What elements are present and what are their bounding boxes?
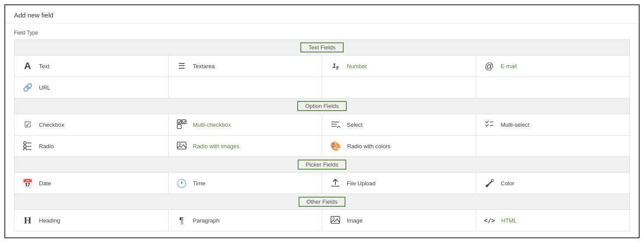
other-fields-section: Other Fields H Heading ¶ Paragraph <box>14 194 630 231</box>
other-fields-row-1: H Heading ¶ Paragraph Image <box>14 209 630 231</box>
svg-rect-14 <box>177 142 186 149</box>
field-radio-images[interactable]: Radio with images <box>169 136 323 157</box>
field-select[interactable]: Select <box>322 114 476 135</box>
number-icon: 19 <box>330 62 341 70</box>
option-empty-1 <box>476 136 630 157</box>
textarea-icon: ☰ <box>176 62 187 70</box>
paragraph-icon: ¶ <box>176 216 187 225</box>
color-icon <box>484 178 495 189</box>
checkbox-icon: ☑ <box>22 121 33 129</box>
option-fields-row-2: Radio Radio with images 🎨 Radio with col <box>14 135 630 157</box>
field-file-upload[interactable]: File Upload <box>322 173 476 194</box>
text-fields-header: Text Fields <box>14 40 630 55</box>
field-radio-colors[interactable]: 🎨 Radio with colors <box>322 136 476 157</box>
main-container: Add new field Field Type Text Fields A T… <box>4 4 640 238</box>
field-multi-checkbox[interactable]: Multi-checkbox <box>169 114 323 135</box>
text-label: Text <box>39 63 49 70</box>
svg-rect-2 <box>177 125 181 129</box>
multi-checkbox-icon <box>176 119 187 130</box>
picker-fields-header-label: Picker Fields <box>298 160 346 170</box>
url-label: URL <box>39 84 50 91</box>
date-icon: 📅 <box>22 179 33 188</box>
heading-icon: H <box>22 216 33 225</box>
file-upload-label: File Upload <box>347 180 376 187</box>
url-icon: 🔗 <box>22 83 33 91</box>
svg-point-18 <box>491 179 494 182</box>
field-checkbox[interactable]: ☑ Checkbox <box>14 114 169 135</box>
time-label: Time <box>193 180 205 187</box>
svg-rect-0 <box>177 120 181 124</box>
text-fields-section: Text Fields A Text ☰ Textarea 19 Number … <box>14 39 630 98</box>
field-radio[interactable]: Radio <box>14 136 169 157</box>
radio-icon <box>22 141 33 152</box>
radio-colors-label: Radio with colors <box>347 143 391 150</box>
option-fields-header: Option Fields <box>14 98 630 114</box>
svg-point-20 <box>333 218 334 219</box>
color-label: Color <box>501 180 514 187</box>
svg-point-8 <box>24 142 26 144</box>
multi-select-icon <box>484 119 495 130</box>
field-email[interactable]: @ E-mail <box>476 56 630 77</box>
svg-point-12 <box>24 148 26 150</box>
paragraph-label: Paragraph <box>193 217 220 224</box>
field-heading[interactable]: H Heading <box>14 210 169 231</box>
multi-checkbox-label: Multi-checkbox <box>193 122 231 128</box>
option-fields-section: Option Fields ☑ Checkbox <box>14 98 630 157</box>
content-area: Field Type Text Fields A Text ☰ Textarea… <box>5 24 639 237</box>
url-empty-1 <box>169 77 323 98</box>
file-upload-icon <box>330 178 341 189</box>
radio-images-label: Radio with images <box>193 143 239 150</box>
number-label: Number <box>347 63 367 70</box>
text-icon: A <box>22 61 33 71</box>
time-icon: 🕐 <box>176 179 187 188</box>
text-fields-header-label: Text Fields <box>300 42 343 52</box>
svg-point-15 <box>179 143 181 145</box>
field-html[interactable]: </> HTML <box>476 210 630 231</box>
field-color[interactable]: Color <box>476 173 630 194</box>
textarea-label: Textarea <box>193 63 215 70</box>
url-empty-3 <box>476 77 630 98</box>
option-fields-row-1: ☑ Checkbox Multi-checkbox <box>14 114 630 135</box>
radio-images-icon <box>176 141 187 152</box>
picker-fields-row-1: 📅 Date 🕐 Time File Upload <box>14 172 630 194</box>
url-empty-2 <box>322 77 476 98</box>
date-label: Date <box>39 180 51 187</box>
radio-colors-icon: 🎨 <box>330 142 341 150</box>
radio-label: Radio <box>39 143 54 150</box>
select-icon <box>330 119 341 130</box>
other-fields-header: Other Fields <box>14 194 630 209</box>
option-fields-header-label: Option Fields <box>297 101 347 111</box>
html-label: HTML <box>501 217 517 224</box>
svg-rect-19 <box>331 216 340 223</box>
image-label: Image <box>347 217 362 224</box>
picker-fields-header: Picker Fields <box>14 157 630 172</box>
heading-label: Heading <box>39 217 60 224</box>
checkbox-label: Checkbox <box>39 122 64 128</box>
field-multi-select[interactable]: Multi-select <box>476 114 630 135</box>
image-icon <box>330 215 341 226</box>
svg-rect-1 <box>182 120 186 124</box>
html-icon: </> <box>484 217 495 223</box>
field-time[interactable]: 🕐 Time <box>169 173 323 194</box>
field-url[interactable]: 🔗 URL <box>14 77 169 98</box>
multi-select-label: Multi-select <box>501 122 530 128</box>
picker-fields-section: Picker Fields 📅 Date 🕐 Time <box>14 157 630 194</box>
field-textarea[interactable]: ☰ Textarea <box>169 56 323 77</box>
text-fields-row-2: 🔗 URL <box>14 77 630 98</box>
email-label: E-mail <box>501 63 517 70</box>
svg-point-10 <box>24 145 26 148</box>
text-fields-row-1: A Text ☰ Textarea 19 Number @ E-mail <box>14 55 630 77</box>
field-text[interactable]: A Text <box>14 56 169 77</box>
field-type-label: Field Type <box>14 30 630 36</box>
field-paragraph[interactable]: ¶ Paragraph <box>169 210 323 231</box>
field-image[interactable]: Image <box>322 210 476 231</box>
field-date[interactable]: 📅 Date <box>14 173 169 194</box>
select-label: Select <box>347 122 362 128</box>
other-fields-header-label: Other Fields <box>299 197 345 207</box>
field-number[interactable]: 19 Number <box>322 56 476 77</box>
email-icon: @ <box>484 62 495 70</box>
page-title: Add new field <box>5 5 639 24</box>
